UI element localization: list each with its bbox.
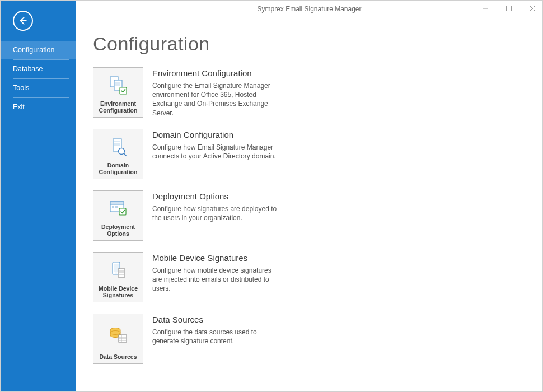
servers-check-icon xyxy=(106,71,130,100)
svg-point-24 xyxy=(116,272,117,273)
tile-data-sources[interactable]: Data Sources xyxy=(93,314,143,364)
tile-row-deployment: Deployment Options Deployment Options Co… xyxy=(93,190,429,241)
tile-body: Configure the Email Signature Manager en… xyxy=(152,81,281,118)
svg-rect-19 xyxy=(112,206,114,208)
svg-rect-2 xyxy=(507,6,512,11)
phone-document-icon xyxy=(106,256,130,285)
minimize-icon xyxy=(482,5,489,12)
tile-row-datasources: Data Sources Data Sources Configure the … xyxy=(93,314,429,364)
tile-row-mobile: Mobile Device Signatures Mobile Device S… xyxy=(93,252,429,302)
tile-deployment-options[interactable]: Deployment Options xyxy=(93,190,143,241)
tile-title: Mobile Device Signatures xyxy=(152,253,281,263)
close-button[interactable] xyxy=(526,3,539,14)
tile-label: Deployment Options xyxy=(96,223,141,237)
content-area: Symprex Email Signature Manager xyxy=(76,1,542,391)
maximize-button[interactable] xyxy=(502,3,516,14)
sidebar-nav: Configuration Database Tools Exit xyxy=(1,41,76,116)
app-window: Configuration Database Tools Exit Sympre… xyxy=(0,0,543,392)
server-search-icon xyxy=(106,133,130,162)
svg-line-16 xyxy=(124,153,126,156)
tile-body: Configure the data sources used to gener… xyxy=(152,328,281,346)
tile-description: Deployment Options Configure how signatu… xyxy=(152,190,281,222)
tile-description: Data Sources Configure the data sources … xyxy=(152,314,281,346)
back-button[interactable] xyxy=(13,11,33,31)
page-content: Configuration xyxy=(76,17,542,391)
tile-title: Environment Configuration xyxy=(152,68,281,78)
tile-environment-configuration[interactable]: Environment Configuration xyxy=(93,67,143,118)
back-arrow-icon xyxy=(17,15,29,26)
tile-mobile-device-signatures[interactable]: Mobile Device Signatures xyxy=(93,252,143,302)
svg-rect-21 xyxy=(119,208,126,215)
tile-body: Configure how signatures are deployed to… xyxy=(152,204,281,222)
tile-description: Domain Configuration Configure how Email… xyxy=(152,129,281,161)
tile-label: Data Sources xyxy=(99,353,137,360)
tile-body: Configure how mobile device signatures a… xyxy=(152,266,281,293)
database-table-icon xyxy=(106,318,130,353)
tile-label: Environment Configuration xyxy=(96,100,141,114)
tile-description: Mobile Device Signatures Configure how m… xyxy=(152,252,281,293)
svg-rect-10 xyxy=(120,87,127,94)
sidebar-item-exit[interactable]: Exit xyxy=(1,98,76,116)
sidebar-item-configuration[interactable]: Configuration xyxy=(1,41,76,59)
tile-row-domain: Domain Configuration Domain Configuratio… xyxy=(93,129,429,179)
titlebar: Symprex Email Signature Manager xyxy=(76,1,542,17)
minimize-button[interactable] xyxy=(479,3,492,14)
tile-domain-configuration[interactable]: Domain Configuration xyxy=(93,129,143,179)
tile-label: Mobile Device Signatures xyxy=(96,285,141,298)
tile-label: Domain Configuration xyxy=(96,162,141,175)
tile-body: Configure how Email Signature Manager co… xyxy=(152,143,281,161)
tile-title: Deployment Options xyxy=(152,192,281,201)
sidebar-item-database[interactable]: Database xyxy=(1,60,76,78)
sidebar: Configuration Database Tools Exit xyxy=(1,1,76,391)
tile-title: Domain Configuration xyxy=(152,130,281,139)
maximize-icon xyxy=(505,5,512,12)
window-controls xyxy=(479,3,539,14)
window-check-icon xyxy=(106,194,130,223)
sidebar-item-tools[interactable]: Tools xyxy=(1,79,76,97)
window-title: Symprex Email Signature Manager xyxy=(257,5,361,13)
tile-title: Data Sources xyxy=(152,315,281,324)
tile-row-environment: Environment Configuration Environment Co… xyxy=(93,67,429,118)
svg-rect-18 xyxy=(110,202,124,204)
tile-description: Environment Configuration Configure the … xyxy=(152,67,281,118)
svg-rect-20 xyxy=(115,206,118,208)
close-icon xyxy=(529,5,536,12)
page-title: Configuration xyxy=(93,33,526,55)
tile-list: Environment Configuration Environment Co… xyxy=(93,67,429,364)
